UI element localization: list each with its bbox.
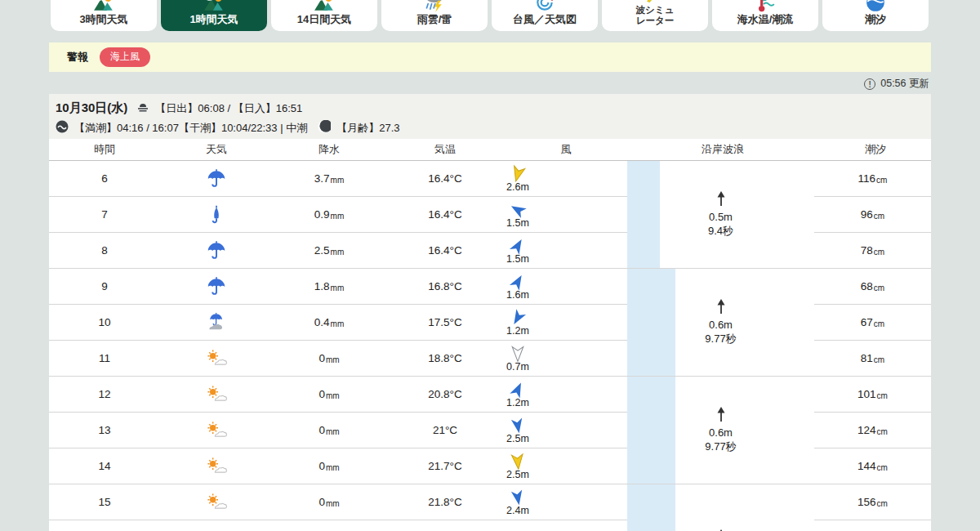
tide-level-cell: 96cm xyxy=(814,197,931,233)
weather-rain-icon xyxy=(192,233,241,268)
tide-level-cell: 78cm xyxy=(814,233,931,269)
tide-circle-icon xyxy=(865,0,886,13)
weather-none-icon xyxy=(192,520,241,531)
tide-level-cell: 124cm xyxy=(814,413,931,448)
wind-cell: 1.2m xyxy=(493,377,542,412)
col-header-wind: 風 xyxy=(533,139,599,160)
sunset-icon xyxy=(136,100,149,116)
hour-label: 13 xyxy=(49,413,160,448)
weather-sun-cloud-icon xyxy=(192,341,241,376)
tab-tide[interactable]: 潮汐 xyxy=(822,0,929,31)
hour-label: 14 xyxy=(49,448,160,484)
tab-rain-cloud-lightning[interactable]: 雨雲/雷 xyxy=(381,0,488,31)
precip-value: 0mm xyxy=(288,377,370,412)
precip-value: 0mm xyxy=(288,484,370,520)
weather-rain-closed-icon xyxy=(192,197,241,232)
temp-value: 17.5°C xyxy=(404,305,486,340)
wind-cell: 2.4m xyxy=(493,484,542,520)
wave-period-text: 9.77秒 xyxy=(705,332,736,346)
temp-value: 21°C xyxy=(404,413,486,448)
temp-value xyxy=(404,520,486,531)
table-row: 110mm18.8°C0.7m xyxy=(49,341,627,377)
wind-cell: 1.2m xyxy=(493,305,542,340)
weather-sun-cloud-icon xyxy=(192,413,241,448)
table-row: 63.7mm16.4°C2.6m xyxy=(49,161,627,197)
warning-label: 警報 xyxy=(67,50,88,65)
wave-cell: 0.6m 9.77秒 xyxy=(627,269,814,377)
tab-14day-weather[interactable]: 14日間天気 xyxy=(271,0,377,31)
tab-label: 雨雲/雷 xyxy=(417,14,452,26)
wave-up-arrow-icon xyxy=(715,406,727,426)
wave-simulator-icon xyxy=(644,0,666,4)
wind-cell: 1.5m xyxy=(493,197,542,232)
tide-level-cell: 156cm xyxy=(814,484,931,520)
temp-value: 16.4°C xyxy=(404,233,486,268)
wind-direction-arrow-icon xyxy=(508,452,528,471)
weather-sun-cloud-icon xyxy=(192,484,241,520)
weather-scene-icon xyxy=(314,0,335,13)
tide-level-cell: 68cm xyxy=(814,269,931,305)
wave-height-text: 0.6m xyxy=(709,319,733,332)
wave-up-arrow-icon xyxy=(715,298,727,319)
table-row: 140mm21.7°C2.5m xyxy=(49,448,627,484)
wave-cell: 0.5m 9.4秒 xyxy=(627,161,814,269)
table-header: 時間 天気 降水 気温 風 沿岸波浪 潮汐 xyxy=(49,139,931,161)
col-header-time: 時間 xyxy=(49,139,160,160)
hour-label: 7 xyxy=(49,197,160,232)
hour-label: 6 xyxy=(49,161,160,196)
wave-cell: 0.6m 9.77秒 xyxy=(627,377,814,484)
wave-cell xyxy=(627,484,814,531)
tab-label: 1時間天気 xyxy=(189,14,238,26)
weather-rain-cloud-icon xyxy=(192,305,241,340)
tide-wave-icon xyxy=(56,120,69,136)
tab-3hour-weather[interactable]: 3時間天気 xyxy=(51,0,157,31)
update-time-text: 05:56 更新 xyxy=(880,77,929,91)
tab-typhoon-chart[interactable]: 台風／天気図 xyxy=(492,0,598,31)
wind-direction-arrow-icon xyxy=(507,487,528,507)
rain-lightning-icon xyxy=(424,0,445,13)
col-header-tide: 潮汐 xyxy=(826,139,924,160)
precip-value: 0mm xyxy=(288,341,370,376)
date-label: 10月30日(水) xyxy=(56,100,127,116)
table-row: 70.9mm16.4°C1.5m xyxy=(49,197,627,233)
tab-sea-temp-current[interactable]: 海水温/潮流 xyxy=(712,0,818,31)
col-header-precip: 降水 xyxy=(288,139,370,160)
col-header-weather: 天気 xyxy=(176,139,257,160)
wind-cell xyxy=(493,520,542,531)
table-row: 91.8mm16.8°C1.6m xyxy=(49,269,627,305)
tab-label: 波シミュ レーター xyxy=(636,5,675,26)
wind-direction-arrow-icon xyxy=(506,527,529,531)
precip-value: 1.8mm xyxy=(288,269,370,304)
wind-cell: 1.6m xyxy=(493,269,542,304)
date-header: 10月30日(水) 【日出】06:08 / 【日入】16:51 【満潮】04:1… xyxy=(49,94,931,139)
wave-height-text: 0.5m xyxy=(709,211,733,225)
hour-label xyxy=(49,520,160,531)
wave-height-text: 0.6m xyxy=(709,426,733,440)
wind-cell: 2.6m xyxy=(493,161,542,196)
wind-cell: 1.5m xyxy=(493,233,542,268)
sea-wind-warning-badge[interactable]: 海上風 xyxy=(100,47,150,67)
wave-up-arrow-icon xyxy=(715,529,727,531)
tab-label: 海水温/潮流 xyxy=(737,14,794,26)
hour-label: 15 xyxy=(49,484,160,520)
tab-label: 3時間天気 xyxy=(79,14,127,26)
table-row: 120mm20.8°C1.2m xyxy=(49,377,627,413)
tide-times-text: 【満潮】04:16 / 16:07【干潮】10:04/22:33 | 中潮 xyxy=(74,121,307,136)
precip-value: 3.7mm xyxy=(288,161,370,196)
hour-label: 8 xyxy=(49,233,160,268)
sunrise-sunset-text: 【日出】06:08 / 【日入】16:51 xyxy=(155,101,302,116)
wind-cell: 2.5m xyxy=(493,448,542,484)
wave-period-text: 9.4秒 xyxy=(708,225,733,239)
wave-period-text: 9.77秒 xyxy=(705,440,736,454)
tab-1hour-weather[interactable]: 1時間天気 xyxy=(161,0,267,31)
hour-label: 10 xyxy=(49,305,160,340)
info-icon[interactable]: ! xyxy=(864,78,875,90)
weather-sun-cloud-icon xyxy=(192,377,241,412)
tab-wave-simulator[interactable]: 波シミュ レーター xyxy=(602,0,708,31)
wind-direction-arrow-icon xyxy=(509,345,527,363)
update-time: ! 05:56 更新 xyxy=(864,77,929,91)
table-row: 150mm21.8°C2.4m xyxy=(49,484,627,520)
table-row: 130mm21°C2.5m xyxy=(49,413,627,448)
hour-label: 11 xyxy=(49,341,160,376)
tab-label: 台風／天気図 xyxy=(513,14,577,26)
